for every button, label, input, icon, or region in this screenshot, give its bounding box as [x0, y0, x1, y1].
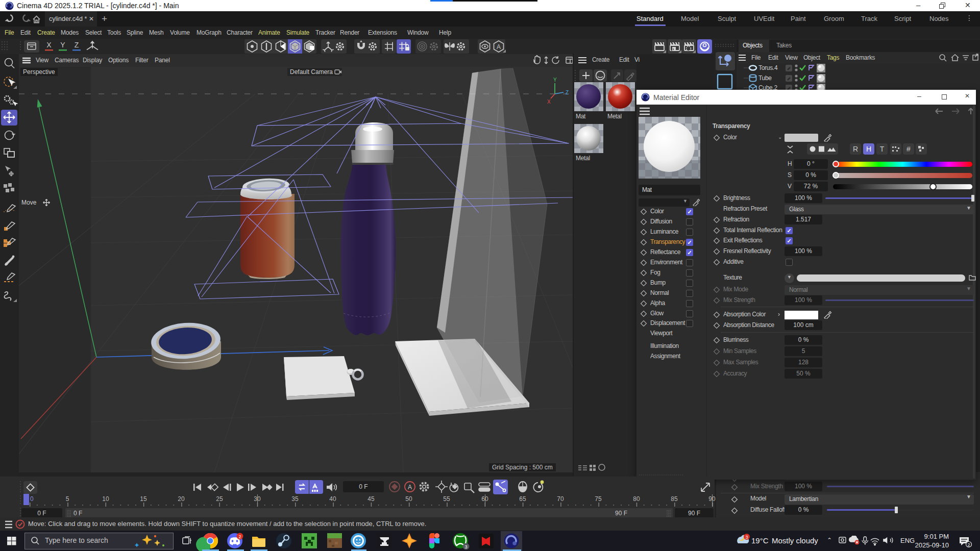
svg-text:3: 3	[464, 544, 467, 549]
svg-text:2: 2	[238, 534, 241, 539]
svg-text:3: 3	[745, 535, 748, 540]
svg-text:2: 2	[967, 542, 970, 547]
